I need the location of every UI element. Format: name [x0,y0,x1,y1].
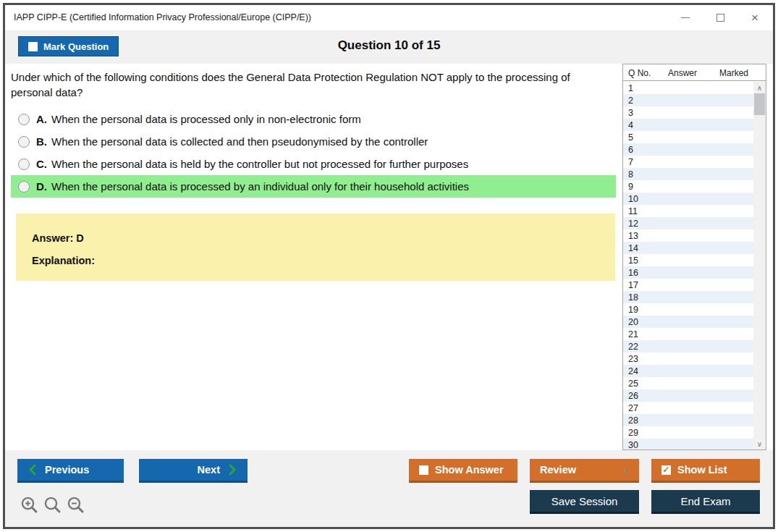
radio-button-icon[interactable] [18,136,30,148]
table-row[interactable]: 12 [623,217,753,229]
table-cell: 9 [623,182,663,192]
previous-label: Previous [45,464,89,476]
show-answer-button[interactable]: Show Answer [409,459,517,483]
header-strip: Mark Question Question 10 of 15 [5,30,773,64]
question-list-scrollbar[interactable]: ∧ ∨ [753,82,766,449]
scrollbar-thumb[interactable] [754,93,765,115]
zoom-out-icon[interactable] [66,495,86,515]
caret-up-icon: ▲ [622,466,629,474]
table-row[interactable]: 18 [623,291,753,303]
answer-box: Answer: D Explanation: [16,214,615,281]
table-row[interactable]: 8 [623,168,753,180]
chevron-right-icon [229,464,236,476]
table-row[interactable]: 2 [623,94,753,106]
zoom-reset-icon[interactable] [43,495,63,515]
answer-option[interactable]: B.When the personal data is collected an… [11,130,616,153]
footer-bar: Previous Next Show Answer Review ▲ ✓ Sho… [5,450,773,527]
table-cell: 16 [623,268,663,278]
table-cell: 13 [623,231,663,241]
radio-button-icon[interactable] [18,114,30,125]
table-row[interactable]: 23 [623,352,753,365]
table-row[interactable]: 28 [623,414,753,426]
window-controls: × [679,5,761,30]
table-row[interactable]: 16 [623,266,753,279]
option-text: When the personal data is processed by a… [51,180,469,193]
question-list-header: Q No. Answer Marked [623,64,766,81]
table-row[interactable]: 26 [623,389,753,402]
table-row[interactable]: 6 [623,143,753,156]
option-letter: B. [36,135,47,148]
close-button[interactable]: × [748,12,761,25]
table-cell: 30 [623,440,663,450]
table-row[interactable]: 3 [623,106,753,119]
end-exam-button[interactable]: End Exam [651,490,760,514]
column-header-marked: Marked [719,68,748,78]
table-row[interactable]: 15 [623,254,753,266]
table-row[interactable]: 17 [623,279,753,291]
table-cell: 12 [623,219,663,229]
title-bar: IAPP CIPP-E (Certified Information Priva… [5,5,773,30]
question-text: Under which of the following conditions … [11,70,613,100]
table-cell: 5 [623,132,663,143]
table-cell: 15 [623,256,663,266]
table-row[interactable]: 14 [623,242,753,254]
answer-option[interactable]: A.When the personal data is processed on… [11,108,616,130]
table-cell: 24 [623,366,663,376]
table-row[interactable]: 9 [623,180,753,193]
answer-option[interactable]: D.When the personal data is processed by… [11,175,616,198]
answer-option[interactable]: C.When the personal data is held by the … [11,153,616,175]
minimize-button[interactable] [679,12,692,25]
end-exam-label: End Exam [680,495,730,507]
table-row[interactable]: 29 [623,426,753,439]
maximize-button[interactable] [714,12,727,25]
previous-button[interactable]: Previous [17,459,124,483]
table-cell: 3 [623,108,663,118]
show-list-button[interactable]: ✓ Show List [651,459,760,483]
radio-button-icon[interactable] [18,159,30,170]
table-row[interactable]: 24 [623,365,753,377]
next-label: Next [198,464,220,476]
table-row[interactable]: 1 [623,82,753,94]
table-row[interactable]: 5 [623,131,753,143]
table-row[interactable]: 10 [623,193,753,205]
save-session-label: Save Session [551,495,618,507]
table-cell: 25 [623,379,663,389]
table-cell: 18 [623,292,663,303]
table-row[interactable]: 19 [623,303,753,316]
table-row[interactable]: 30 [623,439,753,449]
table-cell: 27 [623,403,663,413]
table-row[interactable]: 20 [623,316,753,328]
option-text: When the personal data is processed only… [51,113,361,125]
save-session-button[interactable]: Save Session [530,490,639,514]
table-cell: 19 [623,305,663,315]
table-row[interactable]: 13 [623,229,753,242]
show-list-label: Show List [677,464,727,476]
option-letter: D. [36,180,47,193]
chevron-left-icon [29,464,36,476]
table-cell: 17 [623,280,663,290]
zoom-in-icon[interactable] [20,495,40,515]
table-cell: 22 [623,342,663,352]
table-cell: 10 [623,194,663,204]
radio-button-icon[interactable] [18,181,30,193]
scroll-down-icon[interactable]: ∨ [753,438,766,449]
maximize-icon [716,14,724,22]
table-cell: 7 [623,157,663,167]
table-cell: 4 [623,120,663,130]
table-row[interactable]: 21 [623,328,753,340]
review-dropdown-button[interactable]: Review ▲ [530,459,639,483]
table-row[interactable]: 27 [623,402,753,414]
table-row[interactable]: 25 [623,377,753,389]
question-counter: Question 10 of 15 [5,38,773,53]
table-row[interactable]: 7 [623,156,753,168]
table-cell: 20 [623,317,663,327]
table-cell: 8 [623,169,663,180]
next-button[interactable]: Next [139,459,248,483]
scroll-up-icon[interactable]: ∧ [753,82,766,93]
table-row[interactable]: 11 [623,205,753,217]
option-text: When the personal data is collected and … [51,135,428,148]
column-header-answer: Answer [668,68,697,78]
table-row[interactable]: 22 [623,340,753,352]
app-window: IAPP CIPP-E (Certified Information Priva… [3,3,775,529]
table-row[interactable]: 4 [623,119,753,131]
